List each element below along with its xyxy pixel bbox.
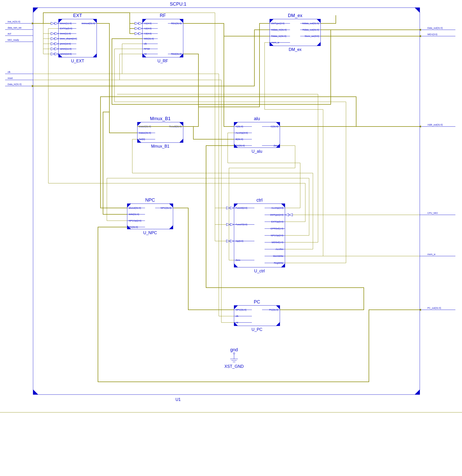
svg-marker-188: [276, 322, 280, 326]
svg-marker-35: [55, 43, 59, 45]
svg-marker-4: [415, 389, 420, 395]
svg-text:ctrl: ctrl: [256, 198, 263, 203]
svg-marker-65: [135, 22, 139, 25]
svg-marker-29: [55, 22, 59, 25]
top-instance: U1: [176, 397, 181, 402]
svg-text:EXT: EXT: [73, 13, 82, 18]
svg-marker-31: [55, 32, 59, 35]
svg-marker-28: [51, 22, 55, 25]
block-mmux: Mmux_B1 Mmux_B1 Data0(31:0) Data1(31:0) …: [137, 116, 183, 149]
svg-text:data_ram_we: data_ram_we: [8, 26, 22, 29]
svg-marker-69: [135, 32, 139, 35]
svg-marker-75: [317, 42, 321, 46]
svg-text:PC: PC: [254, 299, 260, 304]
block-alu: alu U_alu A(31:0) ALUOp(4:0) B(31:0) PC(…: [234, 116, 280, 154]
svg-text:Data_out(31:0): Data_out(31:0): [427, 27, 443, 29]
svg-text:DM_ex: DM_ex: [289, 47, 302, 52]
svg-marker-68: [139, 27, 142, 30]
svg-marker-37: [55, 48, 59, 50]
wires: [33, 13, 420, 382]
svg-text:inst_in(31:0): inst_in(31:0): [8, 20, 20, 23]
svg-marker-39: [55, 53, 59, 55]
block-dmex: DM_ex DM_ex DMType(2:0) Mdata_in(31:0) R…: [270, 13, 321, 52]
block-gnd: gnd XST_GND: [224, 347, 244, 369]
svg-text:WEA(3:0): WEA(3:0): [427, 33, 437, 36]
svg-marker-182: [289, 214, 293, 216]
svg-marker-181: [230, 240, 234, 242]
svg-marker-33: [55, 37, 59, 40]
svg-marker-178: [226, 223, 230, 226]
svg-marker-183: [285, 214, 289, 216]
svg-text:Mmux_B1: Mmux_B1: [150, 116, 170, 121]
svg-text:XST_GND: XST_GND: [224, 364, 244, 369]
svg-text:U_NPC: U_NPC: [143, 231, 157, 235]
svg-marker-32: [51, 37, 55, 40]
svg-text:INT: INT: [8, 33, 11, 35]
schematic-canvas: SCPU:1 U1 EXT U_EXT bimm(11:0) EXTOp(5:0…: [0, 0, 462, 476]
svg-text:U_alu: U_alu: [252, 149, 262, 154]
svg-text:U_EXT: U_EXT: [71, 59, 84, 63]
svg-marker-9: [93, 53, 97, 57]
svg-marker-179: [230, 223, 234, 226]
svg-marker-66: [139, 22, 142, 25]
svg-text:alu: alu: [254, 116, 260, 121]
svg-text:clk: clk: [8, 71, 10, 73]
svg-rect-0: [33, 8, 420, 395]
svg-marker-34: [51, 43, 55, 45]
svg-text:NPC: NPC: [145, 198, 155, 203]
svg-text:Mmux_B1: Mmux_B1: [151, 144, 169, 149]
svg-marker-180: [226, 240, 230, 242]
svg-marker-38: [51, 53, 55, 55]
svg-text:reset: reset: [8, 77, 13, 79]
block-npc: NPC U_NPC aluout(31:0) IMM(31:0) NPCOp(2…: [127, 198, 173, 235]
svg-marker-96: [179, 139, 183, 143]
svg-text:RF: RF: [160, 13, 166, 18]
svg-point-200: [233, 353, 235, 354]
svg-text:PC_out(31:0): PC_out(31:0): [427, 307, 441, 309]
svg-marker-2: [415, 8, 420, 13]
svg-text:Data_in(31:0): Data_in(31:0): [8, 83, 22, 86]
svg-text:U_PC: U_PC: [252, 327, 263, 332]
svg-marker-36: [51, 48, 55, 50]
svg-marker-177: [230, 207, 234, 209]
svg-marker-146: [234, 263, 238, 267]
svg-text:U_RF: U_RF: [157, 59, 168, 63]
block-rf: RF U_RF A1(4:0) A2(4:0) A3(4:0) WD(31:0)…: [135, 13, 183, 63]
svg-marker-3: [33, 389, 38, 395]
svg-text:mem_w: mem_w: [427, 253, 436, 256]
svg-marker-176: [226, 207, 230, 209]
outer-right-ports: Data_out(31:0) WEA(3:0) Addr_out(31:0) C…: [418, 27, 455, 311]
svg-text:DM_ex: DM_ex: [288, 13, 302, 18]
block-ext: EXT U_EXT bimm(11:0) EXTOp(5:0) iimm(11:…: [51, 13, 97, 63]
svg-text:Addr_out(31:0): Addr_out(31:0): [427, 123, 443, 126]
svg-marker-67: [135, 27, 139, 30]
svg-text:MIO_ready: MIO_ready: [8, 39, 19, 41]
svg-marker-1: [33, 8, 38, 13]
svg-marker-70: [139, 32, 142, 35]
svg-marker-30: [51, 32, 55, 35]
svg-text:U_ctrl: U_ctrl: [254, 269, 265, 273]
svg-text:CPU_MIO: CPU_MIO: [427, 212, 438, 214]
top-title: SCPU:1: [170, 2, 186, 7]
svg-marker-130: [169, 225, 173, 229]
block-ctrl: ctrl U_ctrl Funct3(2:0) Funct7(6:0) Op(6…: [226, 198, 293, 273]
svg-text:gnd: gnd: [230, 347, 238, 352]
outer-left-ports: inst_in(31:0) data_ram_we INT MIO_ready …: [5, 20, 34, 87]
block-pc: PC U_PC NPC(31:0) clk rst PC(31:0): [234, 299, 280, 332]
